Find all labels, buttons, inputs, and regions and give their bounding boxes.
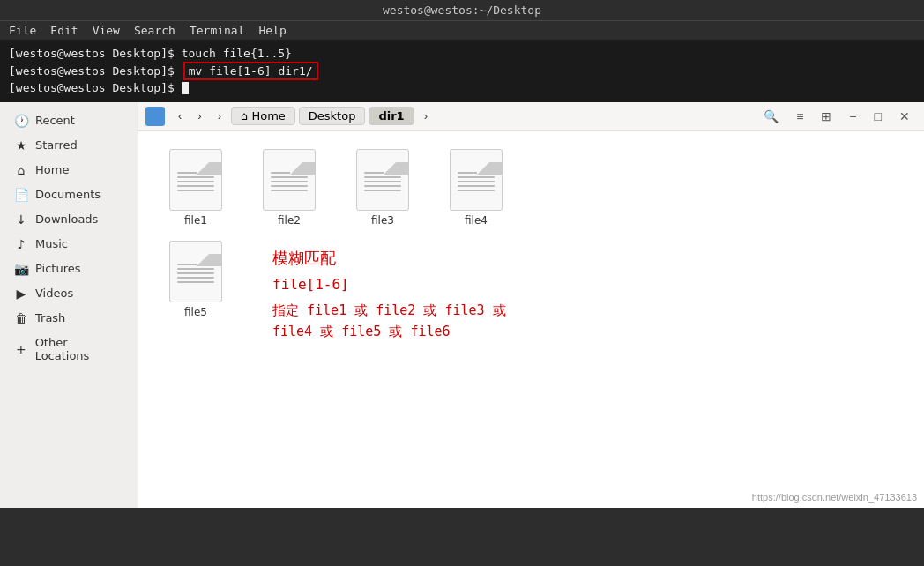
file-line: [458, 181, 495, 182]
menu-search[interactable]: Search: [134, 24, 175, 37]
grid-view-button[interactable]: ⊞: [814, 106, 838, 127]
file-line: [458, 176, 495, 178]
file-line: [177, 277, 214, 279]
folder-icon: [145, 107, 165, 126]
home-icon: ⌂: [14, 163, 28, 177]
sidebar-item-trash[interactable]: 🗑 Trash: [4, 307, 134, 330]
file-item-3[interactable]: file3: [343, 149, 422, 227]
annotation-code: file[1-6]: [272, 276, 506, 293]
menu-edit[interactable]: Edit: [50, 24, 78, 37]
close-button[interactable]: ✕: [892, 106, 917, 127]
file-line: [177, 185, 214, 187]
sidebar-label-videos: Videos: [35, 287, 73, 300]
menu-terminal[interactable]: Terminal: [190, 24, 245, 37]
sidebar-item-pictures[interactable]: 📷 Pictures: [4, 257, 134, 280]
maximize-button[interactable]: □: [868, 106, 889, 127]
file-lines-2: [264, 161, 315, 198]
sidebar-item-documents[interactable]: 📄 Documents: [4, 183, 134, 206]
sidebar-label-trash: Trash: [35, 311, 65, 324]
file-manager: 🕐 Recent ★ Starred ⌂ Home 📄 Documents ↓ …: [0, 102, 924, 508]
file-line: [364, 176, 401, 178]
menu-file[interactable]: File: [9, 24, 36, 37]
file-item-1[interactable]: file1: [156, 149, 235, 227]
back-button[interactable]: ‹: [172, 106, 188, 126]
terminal-body: [westos@westos Desktop]$ touch file{1..5…: [0, 40, 924, 102]
music-icon: ♪: [14, 237, 28, 251]
file-line: [458, 172, 495, 174]
file-line: [271, 181, 308, 182]
minimize-button[interactable]: −: [842, 106, 863, 127]
fm-main: ‹ › › ⌂ Home Desktop dir1 › 🔍 ≡ ⊞ − □ ✕: [138, 102, 924, 508]
breadcrumb-home[interactable]: ⌂ Home: [231, 107, 295, 125]
command-2-highlighted: mv file[1-6] dir1/: [183, 62, 318, 80]
file-line: [271, 190, 308, 191]
prompt-3: [westos@westos Desktop]$: [9, 81, 175, 94]
file-line: [177, 172, 214, 174]
sidebar-label-other-locations: Other Locations: [35, 336, 123, 362]
file-item-5[interactable]: file5: [156, 241, 235, 318]
breadcrumb-next-button[interactable]: ›: [418, 106, 434, 126]
file-line: [364, 172, 401, 174]
sidebar-item-music[interactable]: ♪ Music: [4, 233, 134, 256]
terminal-titlebar: westos@westos:~/Desktop: [0, 0, 924, 21]
trash-icon: 🗑: [14, 311, 28, 325]
sidebar-label-pictures: Pictures: [35, 262, 80, 275]
terminal-line-1: [westos@westos Desktop]$ touch file{1..5…: [9, 45, 915, 63]
file-icon-5: [169, 241, 222, 302]
sidebar-item-recent[interactable]: 🕐 Recent: [4, 109, 134, 132]
file-line: [177, 264, 214, 265]
sidebar-label-downloads: Downloads: [35, 212, 98, 226]
file-icon-2: [263, 149, 316, 211]
file-name-5: file5: [184, 306, 207, 318]
fm-toolbar: ‹ › › ⌂ Home Desktop dir1 › 🔍 ≡ ⊞ − □ ✕: [138, 102, 924, 131]
videos-icon: ▶: [14, 287, 28, 301]
starred-icon: ★: [14, 138, 28, 153]
terminal-line-3: [westos@westos Desktop]$: [9, 79, 915, 97]
sidebar-item-videos[interactable]: ▶ Videos: [4, 282, 134, 305]
file-line: [177, 272, 214, 274]
nav-toggle-button[interactable]: ›: [212, 106, 227, 126]
forward-button[interactable]: ›: [191, 106, 207, 126]
terminal-cursor: [182, 82, 189, 94]
file-item-4[interactable]: file4: [436, 149, 516, 227]
annotation-box: 模糊匹配 file[1-6] 指定 file1 或 file2 或 file3 …: [262, 241, 517, 349]
file-line: [271, 185, 308, 187]
file-line: [177, 281, 214, 283]
terminal-menubar: File Edit View Search Terminal Help: [0, 21, 924, 40]
recent-icon: 🕐: [14, 114, 28, 128]
file-line: [458, 185, 495, 187]
file-line: [271, 172, 308, 174]
fm-toolbar-right: 🔍 ≡ ⊞ − □ ✕: [756, 106, 917, 127]
breadcrumb-dir1[interactable]: dir1: [369, 107, 414, 125]
sidebar-item-home[interactable]: ⌂ Home: [4, 159, 134, 182]
breadcrumb-desktop[interactable]: Desktop: [299, 107, 366, 125]
file-icon-4: [450, 149, 503, 211]
file-lines-3: [357, 161, 408, 198]
downloads-icon: ↓: [14, 212, 28, 227]
sidebar: 🕐 Recent ★ Starred ⌂ Home 📄 Documents ↓ …: [0, 102, 138, 508]
file-line: [458, 190, 495, 191]
file-item-2[interactable]: file2: [250, 149, 329, 227]
terminal-line-2: [westos@westos Desktop]$ mv file[1-6] di…: [9, 63, 915, 80]
sidebar-label-music: Music: [35, 237, 68, 250]
file-lines-1: [170, 161, 221, 198]
watermark: https://blog.csdn.net/weixin_47133613: [752, 492, 917, 503]
search-button[interactable]: 🔍: [756, 106, 786, 127]
documents-icon: 📄: [14, 188, 28, 202]
list-view-button[interactable]: ≡: [789, 106, 810, 127]
file-name-3: file3: [371, 214, 394, 227]
sidebar-item-starred[interactable]: ★ Starred: [4, 134, 134, 157]
file-line: [364, 181, 401, 182]
pictures-icon: 📷: [14, 262, 28, 276]
file-line: [177, 190, 214, 191]
menu-view[interactable]: View: [93, 24, 120, 37]
command-1: touch file{1..5}: [182, 47, 292, 60]
file-line: [177, 176, 214, 178]
file-line: [177, 268, 214, 270]
sidebar-item-other-locations[interactable]: + Other Locations: [4, 331, 134, 367]
prompt-1: [westos@westos Desktop]$: [9, 47, 175, 60]
file-line: [177, 181, 214, 182]
menu-help[interactable]: Help: [259, 24, 287, 37]
file-line: [364, 190, 401, 191]
sidebar-item-downloads[interactable]: ↓ Downloads: [4, 208, 134, 231]
